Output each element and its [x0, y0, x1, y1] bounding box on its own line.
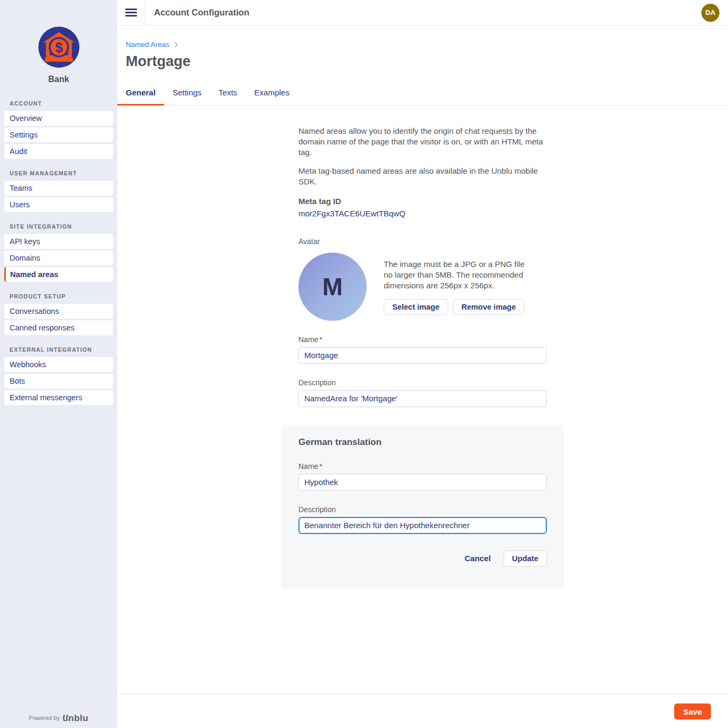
- name-label-text: Name: [298, 335, 318, 344]
- sidebar-item-bots[interactable]: Bots: [4, 374, 113, 389]
- nav-section-title: PRODUCT SETUP: [0, 293, 117, 300]
- nav-section-title: SITE INTEGRATION: [0, 223, 117, 230]
- avatar-section: M The image must be a JPG or a PNG file …: [298, 253, 547, 321]
- description-field[interactable]: [298, 390, 547, 407]
- avatar-label: Avatar: [298, 237, 547, 246]
- sidebar-item-label: Named areas: [10, 270, 58, 279]
- save-footer: Save: [117, 693, 728, 728]
- powered-by: Powered byunblu: [0, 713, 117, 728]
- tab-settings[interactable]: Settings: [164, 81, 210, 106]
- german-card-actions: Cancel Update: [298, 551, 547, 567]
- sidebar-item-teams[interactable]: Teams: [4, 181, 113, 196]
- required-asterisk: *: [319, 335, 322, 344]
- german-translation-title: German translation: [298, 437, 547, 448]
- select-image-button[interactable]: Select image: [384, 299, 448, 315]
- sidebar-item-domains[interactable]: Domains: [4, 250, 113, 265]
- update-button[interactable]: Update: [504, 551, 547, 567]
- meta-tag-id-label: Meta tag ID: [298, 197, 547, 206]
- nav-section-site-integration: SITE INTEGRATION API keys Domains Named …: [0, 223, 117, 282]
- sidebar-item-label: Teams: [10, 184, 33, 192]
- german-name-label-text: Name: [298, 462, 318, 471]
- page-title: Mortgage: [126, 53, 719, 70]
- sidebar-item-label: Overview: [10, 114, 42, 123]
- german-translation-card: German translation Name* Description Can…: [281, 425, 564, 588]
- sidebar-item-named-areas[interactable]: Named areas: [4, 267, 113, 282]
- app-title: Account Configuration: [154, 7, 249, 18]
- description-label: Description: [298, 378, 547, 387]
- sdk-paragraph: Meta tag-based named areas are also avai…: [298, 166, 547, 187]
- save-button[interactable]: Save: [674, 703, 711, 719]
- intro-paragraph: Named areas allow you to identify the or…: [298, 126, 547, 157]
- nav-section-title: ACCOUNT: [0, 100, 117, 107]
- sidebar-item-label: Canned responses: [10, 323, 75, 332]
- sidebar-item-label: Settings: [10, 131, 37, 139]
- nav-section-external-integration: EXTERNAL INTEGRATION Webhooks Bots Exter…: [0, 346, 117, 405]
- user-avatar[interactable]: DA: [701, 4, 719, 22]
- chevron-right-icon: [172, 42, 177, 47]
- sidebar-item-label: Users: [10, 200, 30, 209]
- sidebar-item-webhooks[interactable]: Webhooks: [4, 357, 113, 372]
- sidebar-item-external-messengers[interactable]: External messengers: [4, 390, 113, 405]
- sidebar: $ Bank ACCOUNT Overview Settings Audit U…: [0, 0, 117, 728]
- remove-image-button[interactable]: Remove image: [453, 299, 524, 315]
- sidebar-item-conversations[interactable]: Conversations: [4, 304, 113, 319]
- sidebar-item-overview[interactable]: Overview: [4, 111, 113, 126]
- tab-examples[interactable]: Examples: [246, 81, 298, 106]
- top-bar: Account Configuration DA: [117, 0, 728, 26]
- sidebar-item-label: Bots: [10, 377, 25, 385]
- sidebar-item-label: API keys: [10, 237, 40, 246]
- name-label: Name*: [298, 335, 547, 344]
- bank-logo-icon: $: [38, 27, 79, 68]
- sidebar-item-label: Conversations: [10, 307, 59, 316]
- tab-texts[interactable]: Texts: [210, 81, 246, 106]
- required-asterisk: *: [319, 462, 322, 471]
- unblu-wordmark: unblu: [62, 713, 88, 723]
- main-content: Named Areas Mortgage General Settings Te…: [117, 26, 728, 693]
- breadcrumb: Named Areas: [117, 26, 728, 48]
- unblu-logo[interactable]: unblu: [62, 713, 88, 724]
- avatar-side: The image must be a JPG or a PNG file no…: [384, 253, 533, 321]
- sidebar-item-label: Webhooks: [10, 360, 46, 369]
- sidebar-item-api-keys[interactable]: API keys: [4, 234, 113, 249]
- account-logo-block: $ Bank: [0, 0, 117, 84]
- sidebar-item-users[interactable]: Users: [4, 197, 113, 212]
- tab-general[interactable]: General: [117, 81, 164, 106]
- sidebar-item-canned-responses[interactable]: Canned responses: [4, 320, 113, 335]
- german-description-field[interactable]: [298, 517, 547, 534]
- meta-tag-id-value: mor2Fgx3TACE6UEwtTBqwQ: [298, 209, 547, 218]
- sidebar-item-audit[interactable]: Audit: [4, 144, 113, 159]
- nav-section-user-management: USER MANAGEMENT Teams Users: [0, 170, 117, 212]
- german-name-field[interactable]: [298, 474, 547, 491]
- menu-toggle-button[interactable]: [117, 0, 145, 25]
- powered-by-label: Powered by: [29, 715, 60, 721]
- sidebar-item-label: Domains: [10, 254, 40, 262]
- breadcrumb-named-areas-link[interactable]: Named Areas: [126, 41, 169, 48]
- german-name-label: Name*: [298, 462, 547, 471]
- named-area-avatar: M: [298, 253, 367, 321]
- nav-section-account: ACCOUNT Overview Settings Audit: [0, 100, 117, 159]
- svg-text:$: $: [55, 39, 63, 55]
- avatar-hint-text: The image must be a JPG or a PNG file no…: [384, 259, 533, 290]
- nav-section-product-setup: PRODUCT SETUP Conversations Canned respo…: [0, 293, 117, 335]
- sidebar-item-settings[interactable]: Settings: [4, 127, 113, 142]
- german-description-label: Description: [298, 505, 547, 514]
- sidebar-item-label: External messengers: [10, 393, 82, 402]
- sidebar-nav: ACCOUNT Overview Settings Audit USER MAN…: [0, 100, 117, 713]
- hamburger-icon: [125, 7, 137, 18]
- account-name: Bank: [0, 75, 117, 84]
- nav-section-title: USER MANAGEMENT: [0, 170, 117, 176]
- nav-section-title: EXTERNAL INTEGRATION: [0, 346, 117, 353]
- sidebar-item-label: Audit: [10, 147, 27, 156]
- general-tab-content: Named areas allow you to identify the or…: [298, 126, 547, 588]
- name-field[interactable]: [298, 347, 547, 364]
- avatar-buttons: Select image Remove image: [384, 299, 533, 315]
- cancel-button[interactable]: Cancel: [465, 554, 491, 563]
- tab-bar: General Settings Texts Examples: [117, 81, 728, 106]
